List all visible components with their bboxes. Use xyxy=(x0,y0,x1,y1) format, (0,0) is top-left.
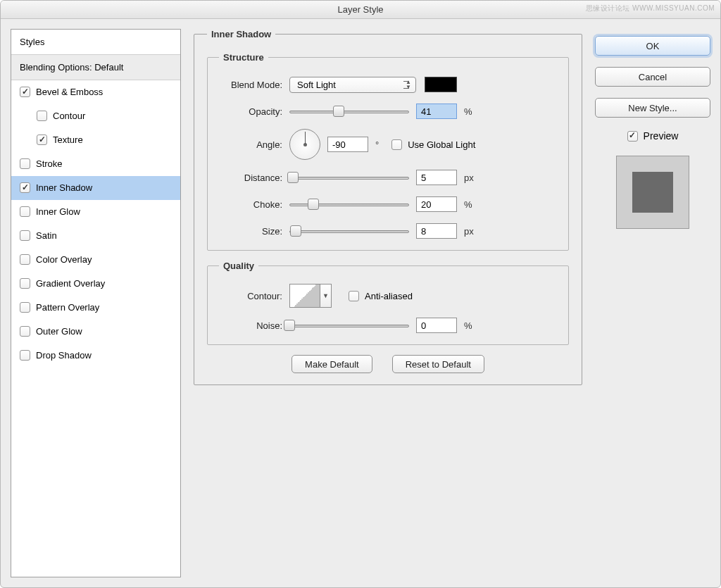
shadow-color-swatch[interactable] xyxy=(425,77,457,92)
style-item-inner-glow[interactable]: Inner Glow xyxy=(11,200,180,224)
panel-title: Inner Shadow xyxy=(207,29,275,39)
use-global-light-label: Use Global Light xyxy=(408,139,475,150)
preview-swatch xyxy=(632,172,673,213)
distance-label: Distance: xyxy=(219,173,289,183)
style-item-drop-shadow[interactable]: Drop Shadow xyxy=(11,344,180,368)
choke-slider[interactable] xyxy=(289,198,409,211)
contour-preview[interactable] xyxy=(289,284,320,308)
style-item-contour[interactable]: Contour xyxy=(11,104,180,128)
angle-label: Angle: xyxy=(219,139,289,150)
style-label: Outer Glow xyxy=(36,326,82,337)
new-style-button[interactable]: New Style... xyxy=(595,98,710,118)
style-label: Drop Shadow xyxy=(36,350,92,361)
noise-unit: % xyxy=(464,320,472,331)
distance-input[interactable] xyxy=(416,170,457,185)
style-item-stroke[interactable]: Stroke xyxy=(11,152,180,176)
opacity-slider[interactable] xyxy=(289,105,409,118)
style-checkbox[interactable] xyxy=(20,230,30,241)
center-panel: Inner Shadow Structure Blend Mode: Soft … xyxy=(194,29,582,577)
choke-input[interactable] xyxy=(416,196,457,212)
style-checkbox[interactable] xyxy=(20,206,30,217)
blend-mode-dropdown[interactable]: Soft Light ▲▼ xyxy=(289,77,416,93)
style-checkbox[interactable] xyxy=(20,350,30,361)
size-label: Size: xyxy=(219,226,289,237)
noise-slider[interactable] xyxy=(289,319,409,332)
opacity-unit: % xyxy=(464,106,472,117)
styles-list: Styles Blending Options: Default Bevel &… xyxy=(11,29,181,577)
angle-dial[interactable] xyxy=(289,129,320,160)
style-checkbox[interactable] xyxy=(20,278,30,289)
preview-box xyxy=(616,156,689,229)
style-label: Inner Glow xyxy=(36,206,80,217)
cancel-button[interactable]: Cancel xyxy=(595,67,710,87)
size-unit: px xyxy=(464,226,474,237)
angle-unit: ° xyxy=(375,139,379,150)
style-checkbox[interactable] xyxy=(20,182,30,193)
style-label: Color Overlay xyxy=(36,254,92,265)
style-checkbox[interactable] xyxy=(20,254,30,265)
quality-legend: Quality xyxy=(219,261,258,271)
style-label: Satin xyxy=(36,230,57,241)
distance-slider[interactable] xyxy=(289,171,409,184)
ok-button[interactable]: OK xyxy=(595,36,710,56)
opacity-input[interactable] xyxy=(416,104,457,119)
structure-legend: Structure xyxy=(219,52,268,63)
contour-dropdown-button[interactable]: ▼ xyxy=(320,284,332,308)
preview-checkbox[interactable] xyxy=(627,131,638,142)
styles-header[interactable]: Styles xyxy=(11,30,180,55)
choke-unit: % xyxy=(464,199,472,210)
preview-label: Preview xyxy=(644,130,679,142)
structure-group: Structure Blend Mode: Soft Light ▲▼ Opac… xyxy=(207,52,569,251)
make-default-button[interactable]: Make Default xyxy=(291,355,372,373)
window-title: Layer Style xyxy=(337,4,383,15)
style-checkbox[interactable] xyxy=(20,87,30,97)
styles-panel: Styles Blending Options: Default Bevel &… xyxy=(11,29,181,577)
style-item-gradient-overlay[interactable]: Gradient Overlay xyxy=(11,272,180,296)
antialias-checkbox[interactable] xyxy=(349,291,359,301)
style-label: Inner Shadow xyxy=(36,182,92,193)
style-checkbox[interactable] xyxy=(37,111,47,121)
style-checkbox[interactable] xyxy=(20,326,30,337)
style-label: Texture xyxy=(53,135,83,145)
blending-options[interactable]: Blending Options: Default xyxy=(11,55,180,80)
style-item-bevel-emboss[interactable]: Bevel & Emboss xyxy=(11,80,180,104)
size-slider[interactable] xyxy=(289,225,409,237)
style-item-texture[interactable]: Texture xyxy=(11,128,180,152)
style-label: Bevel & Emboss xyxy=(36,87,103,97)
style-label: Stroke xyxy=(36,158,63,169)
layer-style-dialog: Layer Style 思缘设计论坛 WWW.MISSYUAN.COM Styl… xyxy=(0,0,721,588)
blend-mode-label: Blend Mode: xyxy=(219,80,289,90)
distance-unit: px xyxy=(464,173,474,183)
blend-mode-value: Soft Light xyxy=(297,80,336,90)
style-checkbox[interactable] xyxy=(20,158,30,169)
right-panel: OK Cancel New Style... Preview xyxy=(595,29,710,577)
antialias-label: Anti-aliased xyxy=(365,291,413,301)
use-global-light-checkbox[interactable] xyxy=(391,139,402,150)
noise-label: Noise: xyxy=(219,320,289,331)
style-label: Gradient Overlay xyxy=(36,278,105,289)
style-checkbox[interactable] xyxy=(37,135,47,145)
style-checkbox[interactable] xyxy=(20,302,30,313)
quality-group: Quality Contour: ▼ Anti-aliased Noise: xyxy=(207,261,569,345)
chevron-up-down-icon: ▲▼ xyxy=(406,77,411,92)
choke-label: Choke: xyxy=(219,199,289,210)
contour-label: Contour: xyxy=(219,291,289,301)
style-item-pattern-overlay[interactable]: Pattern Overlay xyxy=(11,296,180,320)
inner-shadow-group: Inner Shadow Structure Blend Mode: Soft … xyxy=(194,29,582,385)
noise-input[interactable] xyxy=(416,318,457,333)
style-item-outer-glow[interactable]: Outer Glow xyxy=(11,320,180,344)
size-input[interactable] xyxy=(416,223,457,239)
style-item-satin[interactable]: Satin xyxy=(11,224,180,248)
opacity-label: Opacity: xyxy=(219,106,289,117)
reset-default-button[interactable]: Reset to Default xyxy=(392,355,484,373)
angle-input[interactable] xyxy=(327,137,368,152)
style-label: Pattern Overlay xyxy=(36,302,99,313)
style-item-inner-shadow[interactable]: Inner Shadow xyxy=(11,176,180,200)
style-item-color-overlay[interactable]: Color Overlay xyxy=(11,248,180,272)
watermark: 思缘设计论坛 WWW.MISSYUAN.COM xyxy=(586,4,715,13)
style-label: Contour xyxy=(53,111,85,121)
